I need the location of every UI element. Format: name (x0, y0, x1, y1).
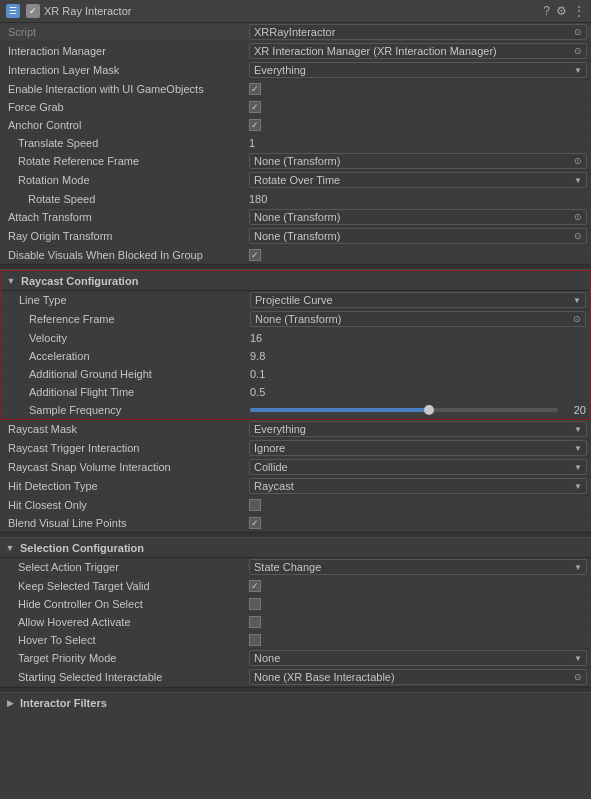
allow-hovered-activate-label: Allow Hovered Activate (4, 616, 249, 628)
velocity-value: 16 (250, 332, 586, 344)
hover-to-select-row: Hover To Select (0, 631, 591, 649)
disable-visuals-row: Disable Visuals When Blocked In Group (0, 246, 591, 264)
raycast-trigger-dropdown[interactable]: Ignore ▼ (249, 440, 587, 456)
interaction-layer-mask-row: Interaction Layer Mask Everything ▼ (0, 61, 591, 80)
ref-icon: ⊙ (574, 27, 582, 37)
select-action-trigger-value: State Change ▼ (249, 559, 587, 575)
allow-hovered-activate-row: Allow Hovered Activate (0, 613, 591, 631)
translate-speed-row: Translate Speed 1 (0, 134, 591, 152)
settings-icon[interactable]: ⚙ (556, 4, 567, 18)
script-label: Script (4, 26, 249, 38)
sample-frequency-value: 20 (250, 404, 586, 416)
rotation-mode-dropdown[interactable]: Rotate Over Time ▼ (249, 172, 587, 188)
ray-origin-transform-ref[interactable]: None (Transform) ⊙ (249, 228, 587, 244)
interactor-filters-header[interactable]: ▶ Interactor Filters (0, 693, 591, 713)
acceleration-label: Acceleration (5, 350, 250, 362)
rotate-reference-frame-value: None (Transform) ⊙ (249, 153, 587, 169)
reference-frame-row: Reference Frame None (Transform) ⊙ (1, 310, 590, 329)
select-action-trigger-dropdown[interactable]: State Change ▼ (249, 559, 587, 575)
sample-frequency-slider-container: 20 (250, 404, 586, 416)
force-grab-label: Force Grab (4, 101, 249, 113)
hit-detection-type-label: Hit Detection Type (4, 480, 249, 492)
interaction-layer-mask-value: Everything ▼ (249, 62, 587, 78)
keep-selected-target-valid-value (249, 580, 587, 592)
enable-ui-label: Enable Interaction with UI GameObjects (4, 83, 249, 95)
rotate-reference-frame-label: Rotate Reference Frame (4, 155, 249, 167)
rotation-mode-value: Rotate Over Time ▼ (249, 172, 587, 188)
script-ref[interactable]: XRRayInteractor ⊙ (249, 24, 587, 40)
blend-visual-line-checkbox[interactable] (249, 517, 261, 529)
ray-origin-transform-label: Ray Origin Transform (4, 230, 249, 242)
starting-selected-interactable-ref[interactable]: None (XR Base Interactable) ⊙ (249, 669, 587, 685)
additional-ground-height-row: Additional Ground Height 0.1 (1, 365, 590, 383)
enable-ui-checkbox[interactable] (249, 83, 261, 95)
menu-icon[interactable]: ⋮ (573, 4, 585, 18)
select-action-trigger-text: State Change (254, 561, 321, 573)
line-type-dropdown[interactable]: Projectile Curve ▼ (250, 292, 586, 308)
sample-frequency-label: Sample Frequency (5, 404, 250, 416)
raycast-snap-row: Raycast Snap Volume Interaction Collide … (0, 458, 591, 477)
sample-frequency-slider-thumb[interactable] (424, 405, 434, 415)
blend-visual-line-label: Blend Visual Line Points (4, 517, 249, 529)
script-row: Script XRRayInteractor ⊙ (0, 23, 591, 42)
select-action-trigger-label: Select Action Trigger (4, 561, 249, 573)
reference-frame-value: None (Transform) ⊙ (250, 311, 586, 327)
disable-visuals-checkbox[interactable] (249, 249, 261, 261)
checkbox-icon[interactable]: ✓ (26, 4, 40, 18)
interactor-filters-label: Interactor Filters (20, 697, 107, 709)
rotate-reference-frame-ref[interactable]: None (Transform) ⊙ (249, 153, 587, 169)
sample-frequency-row: Sample Frequency 20 (1, 401, 590, 419)
acceleration-row: Acceleration 9.8 (1, 347, 590, 365)
rotate-reference-frame-text: None (Transform) (254, 155, 340, 167)
blend-visual-line-value (249, 517, 587, 529)
selection-config-header[interactable]: ▼ Selection Configuration (0, 538, 591, 558)
hit-closest-only-label: Hit Closest Only (4, 499, 249, 511)
raycast-mask-value: Everything ▼ (249, 421, 587, 437)
raycast-config-section: ▼ Raycast Configuration Line Type Projec… (0, 270, 591, 420)
acceleration-value: 9.8 (250, 350, 586, 362)
raycast-trigger-chevron-icon: ▼ (574, 444, 582, 453)
additional-flight-time-label: Additional Flight Time (5, 386, 250, 398)
script-ref-name: XRRayInteractor (254, 26, 335, 38)
target-priority-mode-dropdown[interactable]: None ▼ (249, 650, 587, 666)
raycast-trigger-value: Ignore ▼ (249, 440, 587, 456)
raycast-config-header[interactable]: ▼ Raycast Configuration (1, 271, 590, 291)
additional-flight-time-row: Additional Flight Time 0.5 (1, 383, 590, 401)
rotate-reference-icon: ⊙ (574, 156, 582, 166)
component-icon: ☰ (6, 4, 20, 18)
header-icons: ? ⚙ ⋮ (543, 4, 585, 18)
raycast-snap-chevron-icon: ▼ (574, 463, 582, 472)
raycast-toggle-icon: ▼ (5, 275, 17, 287)
blend-visual-line-row: Blend Visual Line Points (0, 514, 591, 532)
keep-selected-target-valid-checkbox[interactable] (249, 580, 261, 592)
hit-closest-only-checkbox[interactable] (249, 499, 261, 511)
help-icon[interactable]: ? (543, 4, 550, 18)
hit-detection-type-dropdown[interactable]: Raycast ▼ (249, 478, 587, 494)
attach-transform-ref[interactable]: None (Transform) ⊙ (249, 209, 587, 225)
reference-frame-ref[interactable]: None (Transform) ⊙ (250, 311, 586, 327)
interaction-layer-mask-dropdown[interactable]: Everything ▼ (249, 62, 587, 78)
interaction-layer-mask-text: Everything (254, 64, 306, 76)
hit-detection-type-text: Raycast (254, 480, 294, 492)
velocity-label: Velocity (5, 332, 250, 344)
interaction-layer-mask-label: Interaction Layer Mask (4, 64, 249, 76)
interaction-manager-ref[interactable]: XR Interaction Manager (XR Interaction M… (249, 43, 587, 59)
allow-hovered-activate-checkbox[interactable] (249, 616, 261, 628)
ray-origin-transform-value: None (Transform) ⊙ (249, 228, 587, 244)
raycast-snap-dropdown[interactable]: Collide ▼ (249, 459, 587, 475)
interaction-manager-row: Interaction Manager XR Interaction Manag… (0, 42, 591, 61)
attach-transform-value: None (Transform) ⊙ (249, 209, 587, 225)
component-title: XR Ray Interactor (44, 5, 539, 17)
raycast-mask-dropdown[interactable]: Everything ▼ (249, 421, 587, 437)
raycast-trigger-text: Ignore (254, 442, 285, 454)
attach-transform-row: Attach Transform None (Transform) ⊙ (0, 208, 591, 227)
sample-frequency-slider-track[interactable] (250, 408, 558, 412)
hover-to-select-checkbox[interactable] (249, 634, 261, 646)
hide-controller-on-select-checkbox[interactable] (249, 598, 261, 610)
target-priority-chevron-icon: ▼ (574, 654, 582, 663)
anchor-control-checkbox[interactable] (249, 119, 261, 131)
ray-origin-transform-text: None (Transform) (254, 230, 340, 242)
force-grab-checkbox[interactable] (249, 101, 261, 113)
target-priority-mode-label: Target Priority Mode (4, 652, 249, 664)
raycast-snap-value: Collide ▼ (249, 459, 587, 475)
